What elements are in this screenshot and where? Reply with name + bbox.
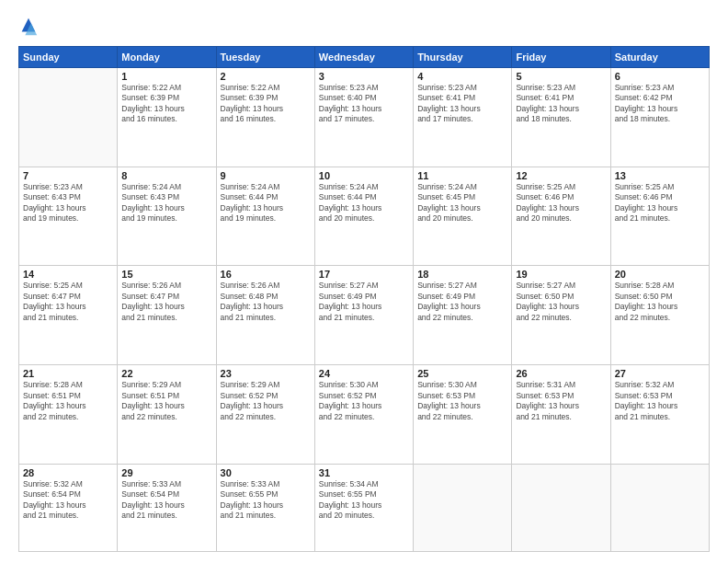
- page: SundayMondayTuesdayWednesdayThursdayFrid…: [0, 0, 728, 563]
- header: [18, 17, 710, 37]
- day-number: 27: [615, 368, 705, 379]
- calendar-cell: 3Sunrise: 5:23 AM Sunset: 6:40 PM Daylig…: [314, 68, 413, 167]
- day-number: 29: [121, 467, 211, 478]
- day-info: Sunrise: 5:29 AM Sunset: 6:52 PM Dayligh…: [221, 380, 311, 422]
- calendar-cell: 14Sunrise: 5:25 AM Sunset: 6:47 PM Dayli…: [19, 266, 118, 365]
- day-info: Sunrise: 5:23 AM Sunset: 6:41 PM Dayligh…: [417, 83, 507, 125]
- weekday-header-sunday: Sunday: [19, 47, 118, 68]
- day-info: Sunrise: 5:24 AM Sunset: 6:45 PM Dayligh…: [417, 182, 507, 224]
- calendar-cell: 28Sunrise: 5:32 AM Sunset: 6:54 PM Dayli…: [19, 464, 118, 551]
- calendar-cell: [19, 68, 118, 167]
- day-info: Sunrise: 5:24 AM Sunset: 6:44 PM Dayligh…: [221, 182, 311, 224]
- day-info: Sunrise: 5:27 AM Sunset: 6:50 PM Dayligh…: [516, 281, 606, 323]
- day-info: Sunrise: 5:24 AM Sunset: 6:43 PM Dayligh…: [121, 182, 211, 224]
- day-number: 24: [319, 368, 409, 379]
- day-info: Sunrise: 5:30 AM Sunset: 6:52 PM Dayligh…: [319, 380, 409, 422]
- day-info: Sunrise: 5:26 AM Sunset: 6:48 PM Dayligh…: [221, 281, 311, 323]
- calendar-cell: 16Sunrise: 5:26 AM Sunset: 6:48 PM Dayli…: [216, 266, 314, 365]
- day-number: 4: [417, 71, 507, 82]
- calendar-cell: 12Sunrise: 5:25 AM Sunset: 6:46 PM Dayli…: [512, 167, 610, 266]
- day-info: Sunrise: 5:25 AM Sunset: 6:47 PM Dayligh…: [23, 281, 113, 323]
- weekday-header-thursday: Thursday: [414, 47, 512, 68]
- day-number: 21: [23, 368, 113, 379]
- calendar-cell: 25Sunrise: 5:30 AM Sunset: 6:53 PM Dayli…: [414, 365, 512, 465]
- day-info: Sunrise: 5:22 AM Sunset: 6:39 PM Dayligh…: [221, 83, 311, 125]
- calendar-cell: 8Sunrise: 5:24 AM Sunset: 6:43 PM Daylig…: [118, 167, 216, 266]
- day-number: 16: [221, 269, 311, 280]
- calendar-cell: 5Sunrise: 5:23 AM Sunset: 6:41 PM Daylig…: [512, 68, 610, 167]
- calendar-cell: 4Sunrise: 5:23 AM Sunset: 6:41 PM Daylig…: [414, 68, 512, 167]
- calendar-cell: [414, 464, 512, 551]
- calendar-cell: [610, 464, 709, 551]
- day-number: 20: [615, 269, 705, 280]
- calendar-table: SundayMondayTuesdayWednesdayThursdayFrid…: [18, 46, 710, 552]
- calendar-cell: 29Sunrise: 5:33 AM Sunset: 6:54 PM Dayli…: [118, 464, 216, 551]
- weekday-header-row: SundayMondayTuesdayWednesdayThursdayFrid…: [19, 47, 710, 68]
- day-number: 10: [319, 170, 409, 181]
- day-info: Sunrise: 5:27 AM Sunset: 6:49 PM Dayligh…: [417, 281, 507, 323]
- calendar-cell: 31Sunrise: 5:34 AM Sunset: 6:55 PM Dayli…: [314, 464, 413, 551]
- calendar-cell: 15Sunrise: 5:26 AM Sunset: 6:47 PM Dayli…: [118, 266, 216, 365]
- day-number: 3: [319, 71, 409, 82]
- day-number: 28: [23, 467, 113, 478]
- day-number: 15: [121, 269, 211, 280]
- calendar-cell: 7Sunrise: 5:23 AM Sunset: 6:43 PM Daylig…: [19, 167, 118, 266]
- logo-icon: [18, 17, 39, 37]
- day-info: Sunrise: 5:28 AM Sunset: 6:51 PM Dayligh…: [23, 380, 113, 422]
- calendar-cell: 22Sunrise: 5:29 AM Sunset: 6:51 PM Dayli…: [118, 365, 216, 465]
- day-number: 13: [615, 170, 705, 181]
- day-number: 30: [221, 467, 311, 478]
- day-number: 25: [417, 368, 507, 379]
- calendar-cell: 24Sunrise: 5:30 AM Sunset: 6:52 PM Dayli…: [314, 365, 413, 465]
- day-info: Sunrise: 5:31 AM Sunset: 6:53 PM Dayligh…: [516, 380, 606, 422]
- calendar-week-5: 28Sunrise: 5:32 AM Sunset: 6:54 PM Dayli…: [19, 464, 710, 551]
- day-number: 31: [319, 467, 409, 478]
- calendar-cell: 13Sunrise: 5:25 AM Sunset: 6:46 PM Dayli…: [610, 167, 709, 266]
- calendar-week-3: 14Sunrise: 5:25 AM Sunset: 6:47 PM Dayli…: [19, 266, 710, 365]
- day-number: 23: [221, 368, 311, 379]
- day-info: Sunrise: 5:26 AM Sunset: 6:47 PM Dayligh…: [121, 281, 211, 323]
- day-number: 12: [516, 170, 606, 181]
- day-info: Sunrise: 5:33 AM Sunset: 6:54 PM Dayligh…: [121, 479, 211, 522]
- calendar-cell: 1Sunrise: 5:22 AM Sunset: 6:39 PM Daylig…: [118, 68, 216, 167]
- day-info: Sunrise: 5:30 AM Sunset: 6:53 PM Dayligh…: [417, 380, 507, 422]
- calendar-cell: 10Sunrise: 5:24 AM Sunset: 6:44 PM Dayli…: [314, 167, 413, 266]
- day-number: 7: [23, 170, 113, 181]
- calendar-cell: 30Sunrise: 5:33 AM Sunset: 6:55 PM Dayli…: [216, 464, 314, 551]
- day-info: Sunrise: 5:22 AM Sunset: 6:39 PM Dayligh…: [121, 83, 211, 125]
- day-info: Sunrise: 5:29 AM Sunset: 6:51 PM Dayligh…: [121, 380, 211, 422]
- weekday-header-friday: Friday: [512, 47, 610, 68]
- calendar-cell: 2Sunrise: 5:22 AM Sunset: 6:39 PM Daylig…: [216, 68, 314, 167]
- weekday-header-tuesday: Tuesday: [216, 47, 314, 68]
- calendar-cell: 11Sunrise: 5:24 AM Sunset: 6:45 PM Dayli…: [414, 167, 512, 266]
- day-info: Sunrise: 5:23 AM Sunset: 6:41 PM Dayligh…: [516, 83, 606, 125]
- day-info: Sunrise: 5:25 AM Sunset: 6:46 PM Dayligh…: [615, 182, 705, 224]
- calendar-cell: 20Sunrise: 5:28 AM Sunset: 6:50 PM Dayli…: [610, 266, 709, 365]
- day-number: 11: [417, 170, 507, 181]
- day-info: Sunrise: 5:25 AM Sunset: 6:46 PM Dayligh…: [516, 182, 606, 224]
- day-number: 5: [516, 71, 606, 82]
- weekday-header-monday: Monday: [118, 47, 216, 68]
- day-info: Sunrise: 5:23 AM Sunset: 6:43 PM Dayligh…: [23, 182, 113, 224]
- day-number: 6: [615, 71, 705, 82]
- day-number: 2: [221, 71, 311, 82]
- calendar-week-1: 1Sunrise: 5:22 AM Sunset: 6:39 PM Daylig…: [19, 68, 710, 167]
- day-number: 14: [23, 269, 113, 280]
- calendar-week-2: 7Sunrise: 5:23 AM Sunset: 6:43 PM Daylig…: [19, 167, 710, 266]
- calendar-cell: 6Sunrise: 5:23 AM Sunset: 6:42 PM Daylig…: [610, 68, 709, 167]
- day-info: Sunrise: 5:27 AM Sunset: 6:49 PM Dayligh…: [319, 281, 409, 323]
- calendar-cell: 21Sunrise: 5:28 AM Sunset: 6:51 PM Dayli…: [19, 365, 118, 465]
- day-info: Sunrise: 5:32 AM Sunset: 6:54 PM Dayligh…: [23, 479, 113, 522]
- day-number: 19: [516, 269, 606, 280]
- logo: [18, 17, 42, 37]
- day-info: Sunrise: 5:28 AM Sunset: 6:50 PM Dayligh…: [615, 281, 705, 323]
- day-number: 17: [319, 269, 409, 280]
- day-info: Sunrise: 5:33 AM Sunset: 6:55 PM Dayligh…: [221, 479, 311, 522]
- day-number: 1: [121, 71, 211, 82]
- day-number: 18: [417, 269, 507, 280]
- calendar-cell: 26Sunrise: 5:31 AM Sunset: 6:53 PM Dayli…: [512, 365, 610, 465]
- calendar-cell: 17Sunrise: 5:27 AM Sunset: 6:49 PM Dayli…: [314, 266, 413, 365]
- calendar-cell: [512, 464, 610, 551]
- day-info: Sunrise: 5:23 AM Sunset: 6:40 PM Dayligh…: [319, 83, 409, 125]
- day-number: 8: [121, 170, 211, 181]
